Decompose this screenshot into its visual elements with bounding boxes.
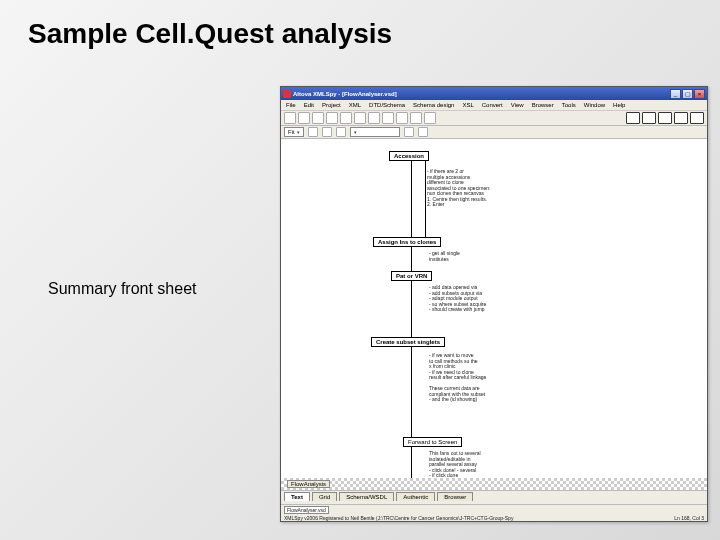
titlebar: Altova XMLSpy - [FlowAnalyser.vsd] _ ▢ × [281,87,707,100]
toolbar-button[interactable] [326,112,338,124]
toolbar-button[interactable] [340,112,352,124]
toolbar-button[interactable] [312,112,324,124]
maximize-button[interactable]: ▢ [682,89,693,99]
tab-browser[interactable]: Browser [437,492,473,501]
note: - if there are 2 or multiple accessions … [427,169,490,208]
note: This fans out to several isolated/editab… [429,451,481,479]
box-patvrn[interactable]: Pat or VRN [391,271,432,281]
window-title: Altova XMLSpy - [FlowAnalyser.vsd] [293,91,397,97]
menu-schema[interactable]: Schema design [413,102,454,108]
summary-caption: Summary front sheet [48,280,197,298]
tab-text[interactable]: Text [284,492,310,501]
view-tabbar: Text Grid Schema/WSDL Authentic Browser [281,490,707,504]
close-button[interactable]: × [694,89,705,99]
toolbar-button[interactable] [626,112,640,124]
note: - if we want to move to call methods so … [429,353,486,403]
menu-file[interactable]: File [286,102,296,108]
menu-xml[interactable]: XML [349,102,361,108]
toolbar-button[interactable] [424,112,436,124]
toolbar-button[interactable] [396,112,408,124]
toolbar-button[interactable] [642,112,656,124]
toolbar-button[interactable] [298,112,310,124]
page-boundary [281,478,707,490]
toolbar-button[interactable] [308,127,318,137]
cursor-position: Ln 168, Col 3 [674,515,704,521]
minimize-button[interactable]: _ [670,89,681,99]
statusbar: FlowAnalyser.vsd XMLSpy v2006 Registered… [281,504,707,522]
menu-browser[interactable]: Browser [532,102,554,108]
note: - add data opened via - add subsets outp… [429,285,486,313]
app-icon [283,90,291,98]
zoom-dropdown[interactable]: Fit [284,127,304,137]
menu-tools[interactable]: Tools [562,102,576,108]
toolbar-button[interactable] [382,112,394,124]
toolbar-button[interactable] [322,127,332,137]
status-text: XMLSpy v2006 Registered to Neil Bentle (… [284,515,513,521]
tab-grid[interactable]: Grid [312,492,337,501]
toolbar-button[interactable] [418,127,428,137]
page-title: Sample Cell.Quest analysis [0,0,720,50]
note: - get all single institutes [429,251,460,262]
box-accession[interactable]: Accession [389,151,429,161]
menu-edit[interactable]: Edit [304,102,314,108]
menu-xsl[interactable]: XSL [462,102,473,108]
toolbar-button[interactable] [368,112,380,124]
tab-authentic[interactable]: Authentic [396,492,435,501]
file-tab[interactable]: FlowAnalyser.vsd [284,506,329,514]
toolbar-secondary: Fit [281,126,707,139]
toolbar-button[interactable] [336,127,346,137]
toolbar-button[interactable] [354,112,366,124]
tab-schema[interactable]: Schema/WSDL [339,492,394,501]
box-forward[interactable]: Forward to Screen [403,437,462,447]
toolbar-button[interactable] [674,112,688,124]
diagram-canvas[interactable]: Accession - if there are 2 or multiple a… [281,139,707,490]
toolbar-button[interactable] [410,112,422,124]
menu-dtd[interactable]: DTD/Schema [369,102,405,108]
toolbar-button[interactable] [690,112,704,124]
box-create[interactable]: Create subset singlets [371,337,445,347]
menu-window[interactable]: Window [584,102,605,108]
app-window: Altova XMLSpy - [FlowAnalyser.vsd] _ ▢ ×… [280,86,708,522]
toolbar-button[interactable] [284,112,296,124]
menu-project[interactable]: Project [322,102,341,108]
toolbar-button[interactable] [404,127,414,137]
page-tab-flowanalysis[interactable]: FlowAnalysis [287,480,330,488]
menu-convert[interactable]: Convert [482,102,503,108]
toolbar-button[interactable] [658,112,672,124]
menu-help[interactable]: Help [613,102,625,108]
toolbar-main [281,111,707,126]
menubar: File Edit Project XML DTD/Schema Schema … [281,100,707,111]
menu-view[interactable]: View [511,102,524,108]
view-dropdown[interactable] [350,127,400,137]
box-assign[interactable]: Assign Ins to clones [373,237,441,247]
